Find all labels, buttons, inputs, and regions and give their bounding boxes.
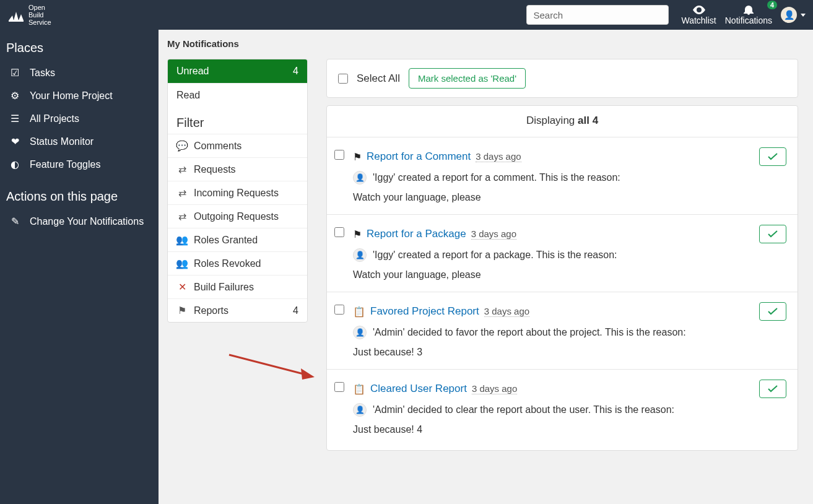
incoming-icon: ⇄ [176, 187, 188, 199]
annotation-arrow [228, 354, 321, 385]
check-icon [768, 230, 778, 238]
notif-reason: Watch your language, please [353, 269, 786, 280]
caret-down-icon [801, 14, 806, 17]
notif-title-link[interactable]: Favored Project Report [370, 305, 479, 318]
notification-row: 📋Cleared User Report3 days ago👤'Admin' d… [327, 369, 798, 446]
mark-single-read-button[interactable] [759, 147, 786, 166]
home-icon: ⚙ [9, 90, 21, 102]
heartbeat-icon: ❤ [9, 136, 21, 147]
filter-requests[interactable]: ⇄Requests [168, 157, 307, 181]
notif-title-link[interactable]: Cleared User Report [370, 383, 467, 395]
actor-avatar: 👤 [353, 326, 367, 339]
sidebar-action-change-notifications[interactable]: ✎Change Your Notifications [6, 210, 152, 233]
topbar: OpenBuildService Watchlist 4 Notificatio… [0, 0, 813, 30]
filter-card: Unread 4 Read Filter 💬Comments ⇄Requests… [167, 59, 308, 323]
watchlist-button[interactable]: Watchlist [681, 4, 716, 25]
notif-subtext: 'Iggy' created a report for a comment. T… [373, 172, 620, 183]
clipboard-icon: 📋 [353, 383, 365, 395]
notif-checkbox[interactable] [334, 305, 344, 315]
user-menu[interactable]: 👤 [781, 7, 806, 23]
eye-icon [693, 6, 705, 14]
list-icon: ☰ [9, 113, 21, 124]
filter-section-header: Filter [168, 107, 307, 134]
mark-single-read-button[interactable] [759, 380, 786, 398]
sidebar-item-label: Feature Toggles [30, 159, 100, 170]
sidebar-item-label: Status Monitor [30, 136, 93, 147]
content: My Notifications Unread 4 Read Filter 💬C… [159, 30, 813, 504]
clipboard-icon: 📋 [353, 306, 365, 318]
bell-icon [744, 5, 754, 15]
displaying-text: Displaying all 4 [327, 106, 798, 133]
filter-count: 4 [293, 305, 298, 316]
notif-title-link[interactable]: Report for a Package [367, 228, 466, 240]
sidebar-item-status-monitor[interactable]: ❤Status Monitor [6, 130, 152, 153]
edit-icon: ✎ [9, 215, 21, 227]
notif-title-link[interactable]: Report for a Comment [367, 150, 471, 163]
mark-read-button[interactable]: Mark selected as 'Read' [409, 68, 526, 89]
filter-label: Incoming Requests [194, 188, 279, 199]
search-input[interactable] [526, 5, 669, 25]
sidebar-item-tasks[interactable]: ☑Tasks [6, 61, 152, 84]
watchlist-label: Watchlist [681, 15, 716, 25]
filter-outgoing-requests[interactable]: ⇄Outgoing Requests [168, 204, 307, 228]
notifications-list: Displaying all 4 ⚑Report for a Comment3 … [326, 105, 798, 451]
notification-row: ⚑Report for a Comment3 days ago👤'Iggy' c… [327, 137, 798, 214]
mark-single-read-button[interactable] [759, 302, 786, 321]
actor-avatar: 👤 [353, 171, 367, 185]
filter-count: 4 [293, 66, 298, 77]
filter-label: Roles Revoked [194, 258, 261, 269]
sidebar-item-label: Your Home Project [30, 90, 113, 102]
filter-label: Build Failures [194, 282, 254, 293]
svg-line-1 [229, 355, 306, 375]
filter-roles-granted[interactable]: 👥Roles Granted [168, 228, 307, 251]
flag-icon: ⚑ [353, 151, 362, 163]
sidebar-item-all-projects[interactable]: ☰All Projects [6, 107, 152, 130]
places-header: Places [6, 41, 152, 55]
filter-comments[interactable]: 💬Comments [168, 134, 307, 157]
notifications-button[interactable]: 4 Notifications [725, 4, 772, 25]
notif-reason: Just because! 3 [353, 347, 786, 358]
sidebar-item-feature-toggles[interactable]: ◐Feature Toggles [6, 153, 152, 176]
check-icon [768, 308, 778, 315]
filter-label: Read [176, 90, 200, 101]
notif-timestamp: 3 days ago [472, 383, 517, 394]
check-icon [768, 385, 778, 393]
tasks-icon: ☑ [9, 67, 21, 79]
filter-column: Unread 4 Read Filter 💬Comments ⇄Requests… [167, 59, 308, 323]
toggle-icon: ◐ [9, 159, 21, 170]
flag-icon: ⚑ [176, 305, 188, 316]
sidebar: Places ☑Tasks ⚙Your Home Project ☰All Pr… [0, 30, 159, 504]
filter-label: Comments [194, 141, 241, 152]
sidebar-item-home-project[interactable]: ⚙Your Home Project [6, 84, 152, 107]
mark-single-read-button[interactable] [759, 225, 786, 243]
filter-incoming-requests[interactable]: ⇄Incoming Requests [168, 181, 307, 204]
comments-icon: 💬 [176, 140, 188, 152]
select-bar: Select All Mark selected as 'Read' [326, 59, 798, 98]
logo[interactable]: OpenBuildService [7, 4, 51, 26]
notif-subtext: 'Admin' decided to clear the report abou… [373, 404, 674, 415]
avatar: 👤 [781, 7, 797, 23]
svg-rect-0 [9, 20, 24, 22]
notif-checkbox[interactable] [334, 150, 344, 160]
notif-checkbox[interactable] [334, 382, 344, 392]
notif-checkbox[interactable] [334, 227, 344, 237]
filter-build-failures[interactable]: ✕Build Failures [168, 275, 307, 298]
user-minus-icon: 👥 [176, 258, 188, 269]
search-wrap [526, 5, 669, 25]
brand-line3: Service [28, 19, 51, 26]
filter-roles-revoked[interactable]: 👥Roles Revoked [168, 251, 307, 275]
filter-reports[interactable]: ⚑Reports4 [168, 298, 307, 322]
sidebar-item-label: Change Your Notifications [30, 216, 144, 227]
notif-timestamp: 3 days ago [476, 151, 521, 162]
select-all-checkbox[interactable] [338, 74, 348, 84]
filter-read[interactable]: Read [168, 83, 307, 107]
filter-unread[interactable]: Unread 4 [168, 59, 307, 83]
page-title: My Notifications [167, 38, 798, 49]
brand-line2: Build [28, 11, 43, 19]
filter-label: Roles Granted [194, 235, 258, 246]
notif-subtext: 'Admin' decided to favor the report abou… [373, 327, 686, 338]
svg-marker-2 [301, 368, 315, 380]
actor-avatar: 👤 [353, 248, 367, 262]
top-actions: Watchlist 4 Notifications 👤 [681, 4, 806, 25]
notif-subtext: 'Iggy' created a report for a package. T… [373, 250, 617, 261]
